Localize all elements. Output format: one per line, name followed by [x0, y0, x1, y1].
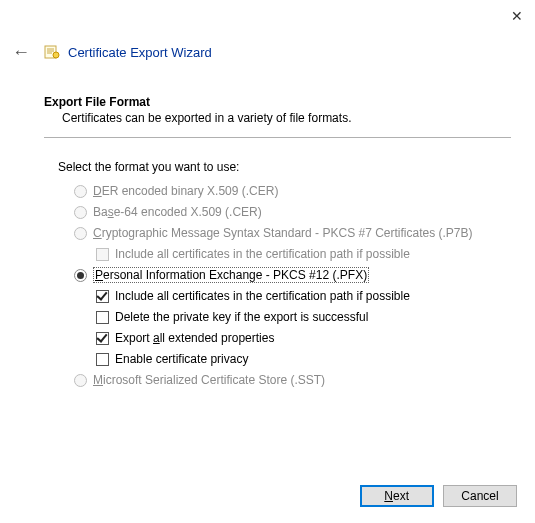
certificate-icon — [44, 44, 60, 60]
radio-icon — [74, 374, 87, 387]
option-pfx-label: Personal Information Exchange - PKCS #12… — [93, 268, 369, 283]
option-pfx-delete-key-label: Delete the private key if the export is … — [115, 310, 368, 325]
divider — [44, 137, 511, 138]
checkbox-icon — [96, 248, 109, 261]
next-button[interactable]: Next — [360, 485, 434, 507]
option-pfx[interactable]: Personal Information Exchange - PKCS #12… — [74, 268, 511, 283]
option-p7b-include-path: Include all certificates in the certific… — [96, 247, 511, 262]
footer-buttons: Next Cancel — [354, 485, 517, 507]
checkbox-icon[interactable] — [96, 311, 109, 324]
option-der: DER encoded binary X.509 (.CER) — [74, 184, 511, 199]
radio-icon[interactable] — [74, 269, 87, 282]
option-pfx-export-extended-label: Export all extended properties — [115, 331, 274, 346]
svg-point-1 — [53, 52, 59, 58]
close-icon[interactable]: ✕ — [511, 8, 523, 24]
option-sst: Microsoft Serialized Certificate Store (… — [74, 373, 511, 388]
option-pfx-enable-privacy-label: Enable certificate privacy — [115, 352, 248, 367]
radio-icon — [74, 227, 87, 240]
wizard-header: ← Certificate Export Wizard — [12, 40, 523, 64]
option-p7b: Cryptographic Message Syntax Standard - … — [74, 226, 511, 241]
option-p7b-label: Cryptographic Message Syntax Standard - … — [93, 226, 473, 241]
format-prompt: Select the format you want to use: — [58, 160, 511, 174]
section-heading: Export File Format — [44, 95, 511, 109]
back-arrow-icon[interactable]: ← — [12, 43, 30, 61]
option-p7b-include-path-label: Include all certificates in the certific… — [115, 247, 410, 262]
option-pfx-export-extended[interactable]: Export all extended properties — [96, 331, 511, 346]
checkbox-icon[interactable] — [96, 353, 109, 366]
cancel-button[interactable]: Cancel — [443, 485, 517, 507]
option-base64: Base-64 encoded X.509 (.CER) — [74, 205, 511, 220]
radio-icon — [74, 206, 87, 219]
checkbox-icon[interactable] — [96, 290, 109, 303]
checkbox-icon[interactable] — [96, 332, 109, 345]
option-base64-label: Base-64 encoded X.509 (.CER) — [93, 205, 262, 220]
option-pfx-include-path[interactable]: Include all certificates in the certific… — [96, 289, 511, 304]
wizard-title: Certificate Export Wizard — [68, 45, 212, 60]
option-pfx-enable-privacy[interactable]: Enable certificate privacy — [96, 352, 511, 367]
radio-icon — [74, 185, 87, 198]
option-pfx-delete-key[interactable]: Delete the private key if the export is … — [96, 310, 511, 325]
option-der-label: DER encoded binary X.509 (.CER) — [93, 184, 278, 199]
section-desc: Certificates can be exported in a variet… — [62, 111, 511, 125]
option-sst-label: Microsoft Serialized Certificate Store (… — [93, 373, 325, 388]
option-pfx-include-path-label: Include all certificates in the certific… — [115, 289, 410, 304]
